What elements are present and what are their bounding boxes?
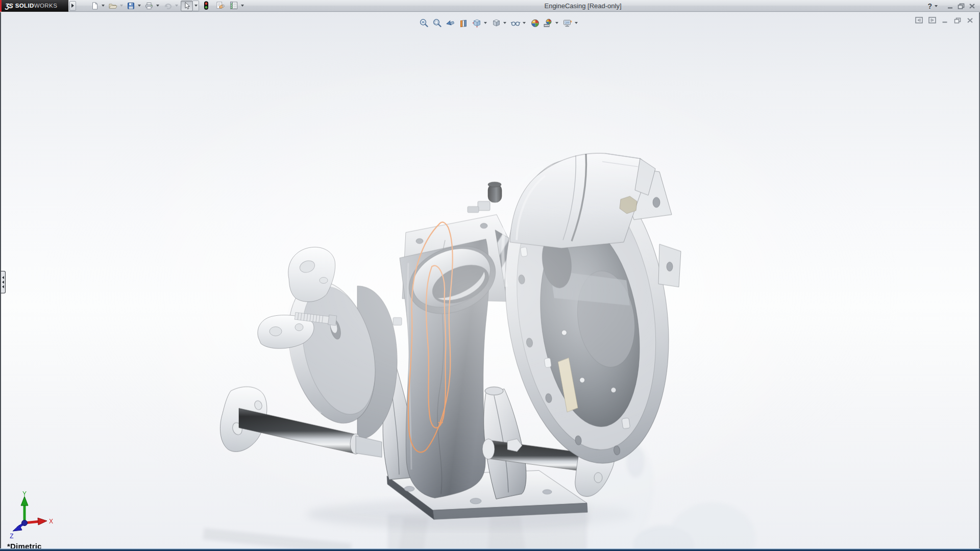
doc-restore-icon — [953, 17, 962, 24]
eyeglasses-icon — [510, 18, 521, 28]
section-view-icon — [459, 18, 469, 28]
doc-close-button[interactable] — [966, 17, 974, 24]
help-dropdown-arrow[interactable] — [935, 5, 938, 7]
help-button[interactable]: ? — [927, 2, 933, 10]
model-canvas[interactable] — [1, 12, 979, 548]
previous-view-icon — [446, 18, 455, 28]
pane-left-icon — [915, 16, 923, 24]
triad-y-label: Y — [22, 491, 27, 497]
display-style-dropdown-arrow[interactable] — [503, 22, 506, 24]
heads-up-view-toolbar — [418, 16, 580, 30]
pane-right-icon — [928, 16, 937, 24]
apply-scene-dropdown-arrow[interactable] — [555, 22, 558, 24]
options-dropdown-arrow[interactable] — [241, 5, 244, 7]
feature-tree-collapse-tab[interactable] — [1, 271, 6, 293]
select-dropdown-arrow[interactable] — [193, 1, 199, 11]
left-arrow-icon — [2, 285, 4, 288]
reference-triad: Y X Z — [6, 491, 53, 541]
logo-text-light: WORKS — [34, 3, 57, 9]
close-button[interactable] — [968, 3, 976, 10]
left-arrow-icon — [2, 281, 4, 284]
restore-button[interactable] — [957, 3, 965, 10]
expand-right-pane-button[interactable] — [928, 16, 937, 24]
open-folder-icon — [108, 2, 117, 10]
traffic-light-icon — [203, 1, 209, 10]
standard-toolbar — [89, 0, 247, 12]
doc-restore-button[interactable] — [953, 17, 962, 24]
view-orientation-label: *Dimetric — [7, 542, 42, 548]
solidworks-logo: ƷS SOLID WORKS — [0, 0, 68, 12]
print-dropdown-arrow[interactable] — [156, 5, 159, 7]
view-orientation-button[interactable] — [471, 17, 483, 29]
file-properties-icon — [215, 1, 225, 10]
edit-appearance-button[interactable] — [529, 17, 541, 29]
new-document-button[interactable] — [89, 1, 100, 11]
undo-dropdown-arrow[interactable] — [175, 5, 178, 7]
right-arrow-icon — [71, 4, 74, 8]
open-button[interactable] — [107, 1, 118, 11]
zoom-to-area-icon — [432, 18, 442, 28]
file-properties-button[interactable] — [214, 1, 226, 11]
view-settings-dropdown-arrow[interactable] — [575, 22, 578, 24]
zoom-to-area-button[interactable] — [431, 17, 443, 29]
select-button[interactable] — [181, 1, 193, 11]
view-orientation-icon — [472, 18, 482, 28]
solidworks-window: ƷS SOLID WORKS — [0, 0, 980, 551]
save-floppy-icon — [127, 2, 135, 10]
triad-z-label: Z — [10, 533, 13, 540]
close-icon — [968, 3, 976, 10]
apply-scene-button[interactable] — [542, 17, 554, 29]
logo-mark-icon: ƷS — [5, 2, 13, 10]
options-checklist-icon — [229, 1, 238, 10]
new-document-icon — [90, 2, 99, 10]
menu-expand-arrow[interactable] — [69, 1, 76, 11]
collapse-left-pane-button[interactable] — [915, 16, 923, 24]
titlebar-window-controls: ? — [927, 0, 976, 12]
save-dropdown-arrow[interactable] — [138, 5, 141, 7]
rebuild-button[interactable] — [202, 1, 210, 11]
zoom-to-fit-icon — [419, 18, 429, 28]
hide-show-items-button[interactable] — [509, 17, 522, 29]
doc-minimize-button[interactable] — [941, 17, 949, 24]
view-settings-icon — [562, 18, 573, 28]
zoom-to-fit-button[interactable] — [418, 17, 430, 29]
restore-icon — [957, 3, 965, 10]
appearance-ball-icon — [530, 18, 540, 28]
doc-close-icon — [966, 17, 974, 24]
undo-button[interactable] — [162, 1, 174, 11]
left-arrow-icon — [2, 276, 4, 279]
view-orientation-dropdown-arrow[interactable] — [484, 22, 487, 24]
previous-view-button[interactable] — [444, 17, 456, 29]
save-button[interactable] — [126, 1, 136, 11]
display-style-icon — [492, 18, 501, 28]
logo-text-bold: SOLID — [15, 3, 34, 9]
title-bar: ƷS SOLID WORKS — [0, 0, 980, 12]
select-cursor-icon — [183, 2, 191, 10]
options-button[interactable] — [228, 1, 239, 11]
triad-x-label: X — [49, 518, 53, 525]
minimize-button[interactable] — [946, 3, 954, 10]
graphics-area[interactable]: Y X Z *Dimetric — [1, 12, 979, 548]
document-window-controls — [915, 16, 974, 24]
print-button[interactable] — [143, 1, 155, 11]
hide-show-dropdown-arrow[interactable] — [523, 22, 526, 24]
window-title: EngineCasing [Read-only] — [544, 2, 621, 10]
new-dropdown-arrow[interactable] — [102, 5, 105, 7]
doc-minimize-icon — [941, 17, 949, 24]
open-dropdown-arrow[interactable] — [120, 5, 123, 7]
view-settings-button[interactable] — [561, 17, 574, 29]
minimize-icon — [946, 3, 954, 10]
logo-red-stripe — [0, 0, 2, 12]
printer-icon — [144, 2, 154, 10]
section-view-button[interactable] — [457, 17, 470, 29]
undo-arrow-icon — [163, 2, 173, 10]
apply-scene-icon — [543, 18, 553, 28]
window-border-bottom — [0, 548, 980, 551]
display-style-button[interactable] — [490, 17, 502, 29]
